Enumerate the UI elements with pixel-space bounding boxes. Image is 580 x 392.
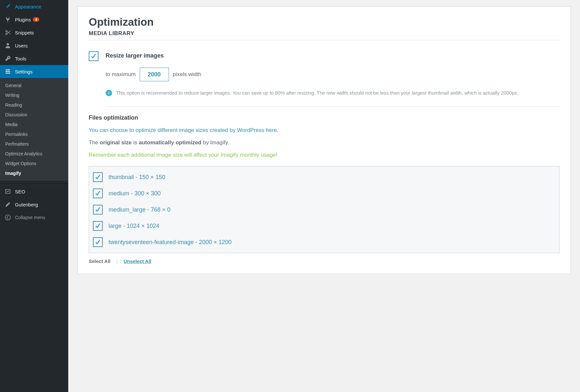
seo-icon [4,188,12,195]
submenu-item-permalinks[interactable]: Permalinks [0,129,68,139]
sidebar-item-tools[interactable]: Tools [0,52,68,65]
sidebar-item-label: SEO [15,189,25,194]
sidebar-item-plugins[interactable]: Plugins4 [0,13,68,26]
sliders-icon [4,68,12,75]
pixels-width-label: pixels width [173,71,201,78]
collapse-icon [4,214,12,221]
image-size-label: twentyseventeen-featured-image - 2000 × … [109,239,232,246]
original-size-note: The original size is automatically optim… [89,139,560,146]
sidebar-item-label: Plugins [15,17,31,22]
resize-info-text: This option is recommended to reduce lar… [116,89,518,97]
sidebar-item-users[interactable]: Users [0,39,68,52]
select-all-link[interactable]: Select All [89,258,110,264]
user-icon [4,42,12,49]
resize-setting-row: Resize larger images [89,51,560,61]
image-size-label: medium_large - 768 × 0 [109,206,171,213]
sidebar-item-label: Settings [15,69,32,74]
scissors-icon [4,29,12,36]
submenu-item-discussion[interactable]: Discussion [0,110,68,120]
collapse-menu-button[interactable]: Collapse menu [0,211,68,224]
settings-panel: Optimization MEDIA LIBRARY Resize larger… [77,7,571,274]
sidebar-item-label: Tools [15,56,26,61]
image-size-row: medium - 300 × 300 [93,189,555,198]
submenu-item-reading[interactable]: Reading [0,100,68,110]
max-width-row: to maximum pixels width [106,68,560,81]
info-icon: i [106,90,112,96]
sidebar-item-label: Appearance [15,4,41,9]
admin-sidebar: AppearancePlugins4SnippetsUsersToolsSett… [0,0,68,392]
sidebar-item-label: Gutenberg [15,202,38,207]
submenu-item-widget-options[interactable]: Widget Options [0,159,68,168]
sidebar-item-label: Snippets [15,30,34,35]
pencil-icon [4,201,12,208]
image-size-row: large - 1024 × 1024 [93,221,555,231]
image-size-label: large - 1024 × 1024 [109,223,160,229]
wrench-icon [4,55,12,62]
submenu-item-media[interactable]: Media [0,120,68,129]
image-size-checkbox[interactable] [93,189,103,198]
svg-point-5 [9,72,10,74]
sidebar-item-settings[interactable]: Settings [0,65,68,78]
image-size-label: thumbnail - 150 × 150 [109,174,165,181]
submenu-item-imagify[interactable]: Imagify [0,168,68,178]
brush-icon [4,3,12,10]
svg-point-4 [6,71,7,72]
usage-warning: Remember each additional image size will… [89,152,560,158]
image-size-row: thumbnail - 150 × 150 [93,172,555,182]
submenu-item-perfmatters[interactable]: Perfmatters [0,139,68,149]
update-badge: 4 [33,17,39,22]
image-size-row: twentyseventeen-featured-image - 2000 × … [93,237,555,247]
to-maximum-label: to maximum [106,71,136,78]
image-size-label: medium - 300 × 300 [109,190,161,197]
resize-label: Resize larger images [106,51,164,59]
svg-point-3 [8,69,9,71]
svg-point-6 [5,215,10,220]
submenu-item-optimize-analytics[interactable]: Optimize Analytics [0,149,68,159]
image-size-checkbox[interactable] [93,205,103,215]
image-size-row: medium_large - 768 × 0 [93,205,555,215]
submenu-item-writing[interactable]: Writing [0,90,68,100]
sidebar-item-seo[interactable]: SEO [0,185,68,198]
sidebar-item-gutenberg[interactable]: Gutenberg [0,198,68,211]
collapse-menu-label: Collapse menu [15,215,45,220]
menu-separator [0,182,68,185]
select-controls: Select All | Unselect All [89,258,560,264]
sidebar-item-appearance[interactable]: Appearance [0,0,68,13]
image-size-checkbox[interactable] [93,221,103,231]
main-content: Optimization MEDIA LIBRARY Resize larger… [68,0,580,392]
image-sizes-list[interactable]: thumbnail - 150 × 150medium - 300 × 300m… [89,166,560,253]
image-size-checkbox[interactable] [93,237,103,247]
resize-checkbox[interactable] [89,51,98,61]
unselect-all-link[interactable]: Unselect All [123,258,151,264]
plug-icon [4,16,12,23]
resize-info-row: i This option is recommended to reduce l… [106,89,560,107]
page-subtitle: MEDIA LIBRARY [89,30,560,40]
sidebar-item-snippets[interactable]: Snippets [0,26,68,39]
files-optimization-heading: Files optimization [89,114,560,121]
svg-point-2 [7,43,9,46]
image-size-checkbox[interactable] [93,172,103,182]
files-description: You can choose to optimize different ima… [89,127,560,134]
settings-submenu: GeneralWritingReadingDiscussionMediaPerm… [0,78,68,181]
sidebar-item-label: Users [15,43,28,48]
submenu-item-general[interactable]: General [0,81,68,90]
page-title: Optimization [89,16,560,28]
max-width-input[interactable] [140,68,169,81]
